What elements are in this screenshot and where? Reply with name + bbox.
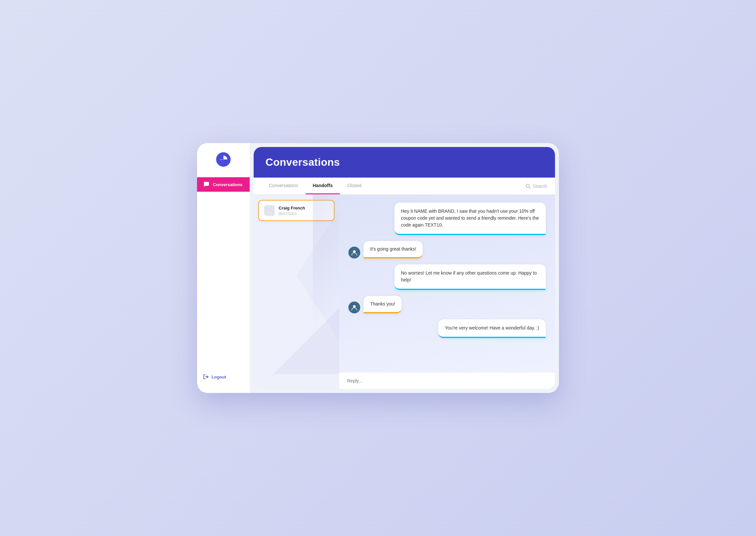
conversation-avatar [264, 205, 275, 216]
bot-bubble-3: You're very welcome! Have a wonderful da… [438, 319, 546, 338]
user-icon-2 [351, 304, 358, 311]
tab-closed[interactable]: Closed [340, 178, 369, 194]
content-area: Craig French 06/17/2021 Hey it NAME with… [254, 195, 555, 389]
device-frame: Conversations Logout Conversations Conve… [197, 143, 559, 393]
sidebar-item-conversations[interactable]: Conversations [197, 177, 250, 192]
message-bot-3: You're very welcome! Have a wonderful da… [348, 319, 546, 338]
tab-handoffs[interactable]: Handoffs [306, 178, 340, 194]
svg-line-3 [529, 187, 530, 188]
app-logo [216, 152, 231, 167]
conversation-date: 06/17/2021 [279, 212, 329, 216]
svg-marker-4 [273, 210, 339, 374]
reply-input[interactable] [347, 378, 547, 384]
logout-icon [203, 374, 209, 380]
user-bubble-2: Thanks you! [363, 296, 402, 313]
user-bubble-1: It's going great thanks! [363, 241, 423, 258]
sidebar: Conversations Logout [197, 143, 250, 393]
decorative-background [254, 195, 339, 389]
svg-marker-5 [296, 210, 339, 341]
chat-area: Hey it NAME with BRAND, I saw that you h… [339, 195, 555, 389]
conversation-item[interactable]: Craig French 06/17/2021 [258, 200, 334, 221]
conversation-name: Craig French [279, 206, 329, 211]
user-avatar-2 [348, 302, 360, 313]
logout-button[interactable]: Logout [197, 370, 250, 384]
message-user-1: It's going great thanks! [348, 241, 546, 258]
bot-bubble-2: No worries! Let me know if any other que… [395, 264, 546, 290]
conversation-list: Craig French 06/17/2021 [254, 195, 339, 389]
reply-area [339, 372, 555, 389]
message-user-2: Thanks you! [348, 296, 546, 313]
message-bot-1: Hey it NAME with BRAND, I saw that you h… [348, 203, 546, 235]
search-button[interactable]: Search [525, 184, 547, 189]
chat-icon [203, 181, 210, 188]
tab-conversations[interactable]: Conversations [261, 178, 306, 194]
page-header: Conversations [254, 147, 555, 178]
bot-bubble-1: Hey it NAME with BRAND, I saw that you h… [395, 203, 546, 235]
svg-point-6 [353, 250, 356, 253]
chat-messages: Hey it NAME with BRAND, I saw that you h… [339, 195, 555, 372]
sidebar-nav: Conversations [197, 177, 250, 370]
svg-point-7 [353, 305, 356, 308]
search-icon [525, 184, 531, 189]
message-bot-2: No worries! Let me know if any other que… [348, 264, 546, 290]
user-icon [351, 249, 358, 256]
conversation-info: Craig French 06/17/2021 [279, 206, 329, 216]
page-title: Conversations [265, 156, 340, 168]
sidebar-bottom: Logout [197, 370, 250, 393]
user-avatar-1 [348, 247, 360, 258]
tabs-bar: Conversations Handoffs Closed Search [254, 178, 555, 195]
main-content: Conversations Conversations Handoffs Clo… [254, 147, 555, 389]
